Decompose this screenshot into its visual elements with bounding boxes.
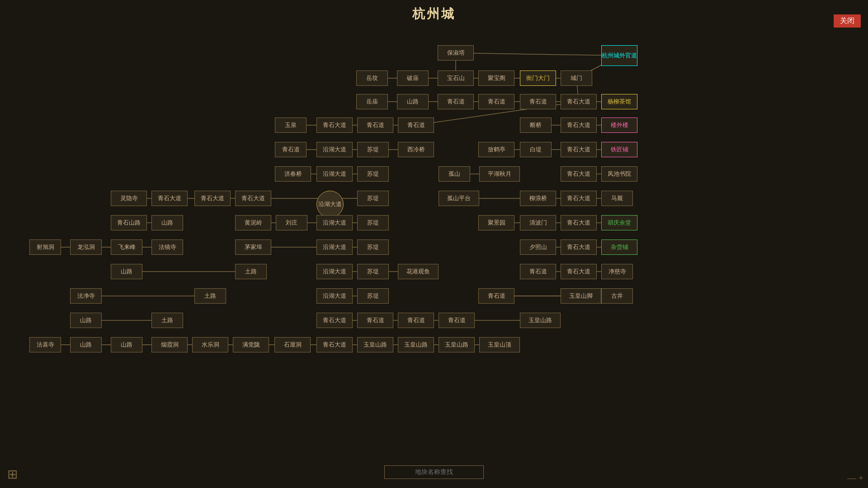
node-yuhuang_shanding[interactable]: 玉皇山顶 xyxy=(479,337,520,352)
node-manjue_ling[interactable]: 满觉陇 xyxy=(233,337,269,352)
node-sudi3[interactable]: 苏堤 xyxy=(357,191,389,206)
node-qingshi_dadao8[interactable]: 青石大道 xyxy=(235,191,271,206)
node-sudi2[interactable]: 苏堤 xyxy=(357,166,389,182)
node-huqing_yutang[interactable]: 胡庆余堂 xyxy=(601,215,637,230)
node-qingshidao5[interactable]: 青石道 xyxy=(398,117,434,133)
node-baoyue_ta[interactable]: 保淑塔 xyxy=(438,45,474,61)
node-qingshi_dadao7[interactable]: 青石大道 xyxy=(194,191,231,206)
node-sudi5[interactable]: 苏堤 xyxy=(357,239,389,255)
node-tulu1[interactable]: 土路 xyxy=(235,264,267,279)
node-yahu_dadao4[interactable]: 沿湖大道 xyxy=(316,215,353,230)
node-yuhuang_shanlu3[interactable]: 玉皇山路 xyxy=(398,337,434,352)
node-she_xiu_dong[interactable]: 射旭洞 xyxy=(29,239,61,255)
node-shanlu1[interactable]: 山路 xyxy=(397,94,429,109)
node-qingshidao7[interactable]: 青石道 xyxy=(520,264,556,279)
node-qingshi_dadao12[interactable]: 青石大道 xyxy=(561,264,597,279)
node-qingshi_dadao9[interactable]: 青石大道 xyxy=(561,191,597,206)
node-shanlu6[interactable]: 山路 xyxy=(111,337,142,352)
node-yahu_dadao2[interactable]: 沿湖大道 xyxy=(316,166,353,182)
node-liulang_qiao[interactable]: 柳浪桥 xyxy=(520,191,556,206)
node-qingshi_dadao14[interactable]: 青石大道 xyxy=(316,337,353,352)
node-yuquan[interactable]: 玉泉 xyxy=(275,117,307,133)
node-qingshidao11[interactable]: 青石道 xyxy=(439,313,475,328)
node-qingshidao10[interactable]: 青石道 xyxy=(398,313,434,328)
node-gushan_pingtai[interactable]: 孤山平台 xyxy=(439,191,479,206)
node-fahui_si[interactable]: 法喜寺 xyxy=(29,337,61,352)
node-yuhuang_shanlu4[interactable]: 玉皇山路 xyxy=(439,337,475,352)
node-huagang_guanyu[interactable]: 花港观鱼 xyxy=(398,264,439,279)
node-qingshi_dadao10[interactable]: 青石大道 xyxy=(561,215,597,230)
node-gushan[interactable]: 孤山 xyxy=(439,166,470,182)
node-jubao_ge[interactable]: 聚宝阁 xyxy=(478,70,514,86)
node-chengmen[interactable]: 城门 xyxy=(561,70,592,86)
node-xizhao_shan[interactable]: 夕照山 xyxy=(520,239,556,255)
node-shuilong_dong[interactable]: 水乐洞 xyxy=(192,337,228,352)
node-qingshidao8[interactable]: 青石道 xyxy=(478,288,514,304)
node-duanqiao[interactable]: 断桥 xyxy=(520,117,552,133)
node-xilingqiao[interactable]: 西冷桥 xyxy=(398,142,434,157)
node-feilai_feng[interactable]: 飞来峰 xyxy=(111,239,142,255)
node-yuefen[interactable]: 岳坟 xyxy=(356,70,388,86)
node-yuhuang_shanlu[interactable]: 玉皇山路 xyxy=(520,313,561,328)
node-tulu2[interactable]: 土路 xyxy=(194,288,226,304)
node-shanlu5[interactable]: 山路 xyxy=(70,337,102,352)
node-tulu3[interactable]: 土路 xyxy=(151,313,183,328)
node-hongchun_qiao[interactable]: 洪春桥 xyxy=(275,166,311,182)
node-shanlu2[interactable]: 山路 xyxy=(151,215,183,230)
node-yahu_dadao3[interactable]: 沿湖大道 xyxy=(316,191,344,218)
node-louwaifou[interactable]: 楼外楼 xyxy=(601,117,637,133)
node-baidi[interactable]: 白堤 xyxy=(520,142,552,157)
node-jujing_yuan[interactable]: 聚景园 xyxy=(478,215,514,230)
node-qingshi_dadao3[interactable]: 青石大道 xyxy=(561,117,597,133)
node-huangni_ling[interactable]: 黄泥岭 xyxy=(235,215,271,230)
node-shanlu4[interactable]: 山路 xyxy=(70,313,102,328)
node-yahu_dadao7[interactable]: 沿湖大道 xyxy=(316,288,353,304)
node-qingshi_dadao11[interactable]: 青石大道 xyxy=(561,239,597,255)
node-yuhuang_shanlu2[interactable]: 玉皇山路 xyxy=(357,337,393,352)
node-qingshi_dadao5[interactable]: 青石大道 xyxy=(561,166,597,182)
node-qingshi_dadao6[interactable]: 青石大道 xyxy=(151,191,188,206)
node-qingshi_dadao4[interactable]: 青石大道 xyxy=(561,142,597,157)
node-fanghe_ting[interactable]: 放鹤亭 xyxy=(478,142,514,157)
node-qingshi_dadao1[interactable]: 青石大道 xyxy=(561,94,597,109)
node-maojia_bu[interactable]: 茅家埠 xyxy=(235,239,271,255)
node-lingyin_si[interactable]: 灵隐寺 xyxy=(111,191,147,206)
search-input[interactable] xyxy=(384,465,484,479)
node-yahu_dadao5[interactable]: 沿湖大道 xyxy=(316,239,353,255)
node-sudi7[interactable]: 苏堤 xyxy=(357,288,389,304)
node-fajing_si2[interactable]: 法净寺 xyxy=(70,288,102,304)
node-fengchi_shuyuan[interactable]: 凤池书院 xyxy=(601,166,637,182)
node-pomiao[interactable]: 破庙 xyxy=(397,70,429,86)
node-shiwu_dong[interactable]: 石屋洞 xyxy=(274,337,311,352)
node-qingshidao4[interactable]: 青石道 xyxy=(357,117,393,133)
node-qingshi_dadao13[interactable]: 青石大道 xyxy=(316,313,353,328)
node-hangzhou_waiguan[interactable]: 杭州城外官道 xyxy=(601,45,637,66)
node-maju[interactable]: 马厩 xyxy=(601,191,633,206)
node-baoshishan[interactable]: 宝石山 xyxy=(438,70,474,86)
node-yuemiao[interactable]: 岳庙 xyxy=(356,94,388,109)
node-liuzhuang[interactable]: 刘庄 xyxy=(276,215,307,230)
node-qingshidao6[interactable]: 青石道 xyxy=(275,142,307,157)
node-fajing_si[interactable]: 法镜寺 xyxy=(151,239,183,255)
node-sudi6[interactable]: 苏堤 xyxy=(357,264,389,279)
node-qingshi_dadao2[interactable]: 青石大道 xyxy=(316,117,353,133)
node-shanlu3[interactable]: 山路 xyxy=(111,264,142,279)
node-gujing[interactable]: 古井 xyxy=(601,288,633,304)
node-yuhuang_shanjiao[interactable]: 玉皇山脚 xyxy=(561,288,601,304)
node-sudi4[interactable]: 苏堤 xyxy=(357,215,389,230)
node-yimen_damen[interactable]: 衙门大门 xyxy=(520,70,556,86)
node-qingshidao9[interactable]: 青石道 xyxy=(357,313,393,328)
node-tieguang_zhen[interactable]: 铁匠铺 xyxy=(601,142,637,157)
node-zahuo_pu1[interactable]: 杂货铺 xyxy=(601,239,637,255)
node-jingci_si[interactable]: 净慈寺 xyxy=(601,264,633,279)
node-qingshidao1[interactable]: 青石道 xyxy=(438,94,474,109)
node-qingshi_shanlu[interactable]: 青石山路 xyxy=(111,215,147,230)
node-sudi1[interactable]: 苏堤 xyxy=(357,142,389,157)
node-yahu_dadao6[interactable]: 沿湖大道 xyxy=(316,264,353,279)
node-yahu_dadao1[interactable]: 沿湖大道 xyxy=(316,142,353,157)
node-yan_xia_dong[interactable]: 烟霞洞 xyxy=(151,337,188,352)
node-pinghu_qiuyue[interactable]: 平湖秋月 xyxy=(479,166,520,182)
node-qingbo_men[interactable]: 清波门 xyxy=(520,215,556,230)
node-longpao_dong[interactable]: 龙泓洞 xyxy=(70,239,102,255)
node-yangliu_chaguan[interactable]: 杨柳茶馆 xyxy=(601,94,637,109)
